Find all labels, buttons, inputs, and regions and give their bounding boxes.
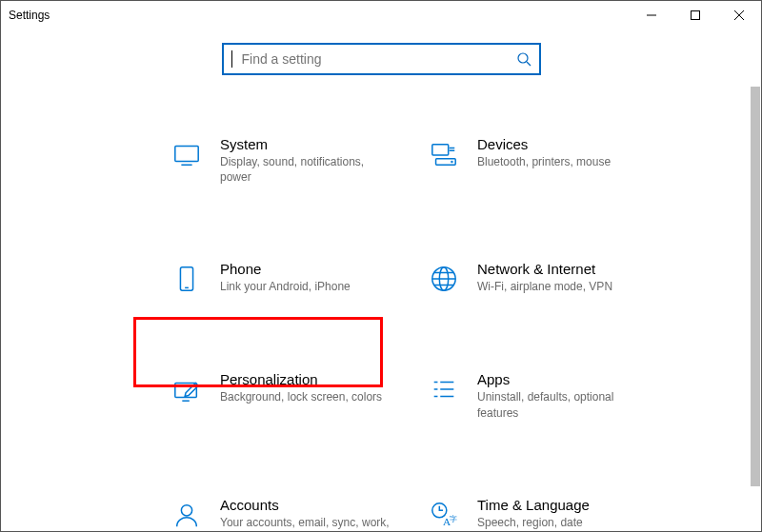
tile-name: Devices [477, 136, 611, 152]
phone-icon [170, 263, 203, 295]
tile-name: Time & Language [477, 497, 590, 513]
tile-desc: Uninstall, defaults, optional features [477, 389, 649, 420]
tile-network[interactable]: Network & Internet Wi-Fi, airplane mode,… [420, 255, 677, 308]
tile-desc: Bluetooth, printers, mouse [477, 154, 611, 169]
minimize-icon [647, 10, 656, 20]
text-cursor [231, 50, 232, 68]
tile-name: Personalization [220, 371, 382, 387]
tile-desc: Wi-Fi, airplane mode, VPN [477, 279, 612, 294]
svg-rect-2 [175, 147, 198, 162]
svg-rect-0 [692, 11, 700, 20]
tile-name: System [220, 136, 391, 152]
settings-grid: System Display, sound, notifications, po… [1, 75, 761, 532]
minimize-button[interactable] [630, 1, 673, 30]
search-input[interactable] [240, 50, 509, 68]
tile-name: Phone [220, 261, 351, 277]
devices-icon [428, 138, 460, 170]
close-button[interactable] [717, 1, 761, 30]
tile-text: Accounts Your accounts, email, sync, wor… [220, 497, 391, 532]
svg-text:字: 字 [450, 513, 457, 522]
tile-personalization[interactable]: Personalization Background, lock screen,… [163, 365, 420, 433]
personalization-icon [170, 373, 203, 405]
tile-desc: Background, lock screen, colors [220, 389, 382, 404]
tile-apps[interactable]: Apps Uninstall, defaults, optional featu… [420, 365, 677, 433]
tile-text: Phone Link your Android, iPhone [220, 261, 351, 294]
tile-desc: Link your Android, iPhone [220, 279, 351, 294]
svg-rect-6 [180, 267, 192, 290]
tile-name: Apps [477, 371, 649, 387]
network-icon [428, 263, 460, 295]
time-language-icon: A字 [428, 499, 460, 531]
maximize-icon [691, 10, 700, 20]
accounts-icon [170, 499, 203, 531]
tile-desc: Speech, region, date [477, 515, 590, 530]
tile-text: Personalization Background, lock screen,… [220, 371, 382, 404]
tile-text: Time & Language Speech, region, date [477, 497, 590, 530]
search-box[interactable] [222, 43, 541, 75]
svg-point-10 [181, 504, 191, 515]
tile-accounts[interactable]: Accounts Your accounts, email, sync, wor… [163, 491, 420, 532]
search-icon [516, 51, 531, 67]
content-area: System Display, sound, notifications, po… [1, 30, 761, 531]
tile-desc: Display, sound, notifications, power [220, 154, 391, 185]
tile-phone[interactable]: Phone Link your Android, iPhone [163, 255, 420, 308]
search-container [1, 30, 761, 75]
system-icon [170, 138, 203, 170]
svg-rect-3 [432, 145, 449, 155]
tile-text: Apps Uninstall, defaults, optional featu… [477, 371, 649, 420]
settings-window: Settings [0, 0, 762, 532]
svg-point-1 [518, 53, 528, 63]
tile-name: Accounts [220, 497, 391, 513]
maximize-button[interactable] [673, 1, 717, 30]
tile-text: System Display, sound, notifications, po… [220, 136, 391, 185]
tile-text: Network & Internet Wi-Fi, airplane mode,… [477, 261, 612, 294]
tile-text: Devices Bluetooth, printers, mouse [477, 136, 611, 169]
tile-system[interactable]: System Display, sound, notifications, po… [163, 130, 420, 198]
close-icon [734, 10, 744, 20]
tile-desc: Your accounts, email, sync, work, other … [220, 515, 391, 532]
tile-name: Network & Internet [477, 261, 612, 277]
svg-point-5 [451, 162, 452, 163]
tile-devices[interactable]: Devices Bluetooth, printers, mouse [420, 130, 677, 198]
tile-time[interactable]: A字 Time & Language Speech, region, date [420, 491, 677, 532]
scrollbar-thumb[interactable] [751, 87, 760, 486]
vertical-scrollbar[interactable] [751, 87, 760, 529]
title-bar: Settings [1, 1, 761, 30]
window-title: Settings [9, 9, 50, 22]
window-controls [630, 1, 761, 30]
apps-icon [428, 373, 460, 405]
